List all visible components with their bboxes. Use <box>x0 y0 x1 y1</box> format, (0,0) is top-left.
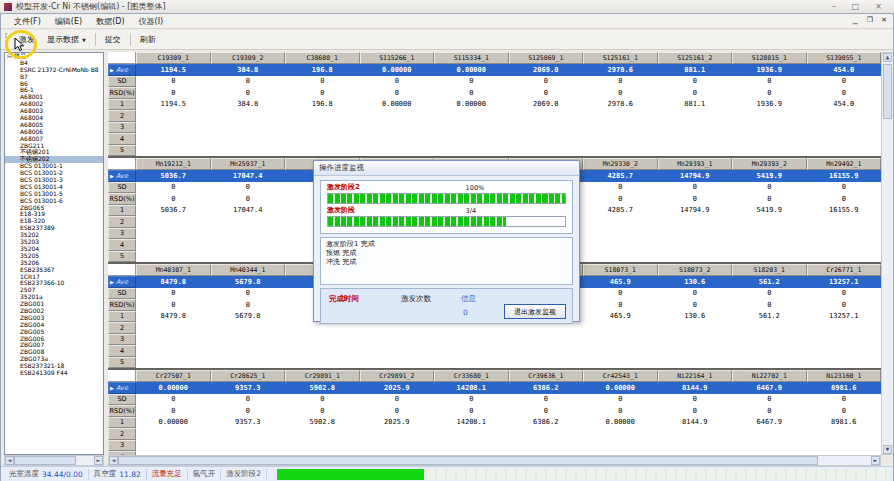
grid-cell[interactable] <box>509 334 584 346</box>
grid-cell[interactable]: 0 <box>211 76 286 88</box>
grid-cell[interactable] <box>807 322 882 334</box>
grid-cell[interactable]: 0 <box>807 87 882 99</box>
menu-item[interactable]: 数据(D) <box>89 16 131 27</box>
grid-cell[interactable] <box>285 345 360 357</box>
grid-cell[interactable]: 0.00000 <box>434 64 509 76</box>
grid-cell[interactable]: 0 <box>732 299 807 311</box>
grid-cell[interactable]: 130.6 <box>658 311 733 323</box>
grid-cell[interactable]: 384.8 <box>211 64 286 76</box>
row-label[interactable]: Ave▶ <box>108 382 136 394</box>
grid-cell[interactable] <box>285 122 360 134</box>
row-label[interactable]: 1 <box>108 205 136 217</box>
grid-cell[interactable]: 0 <box>211 405 286 417</box>
grid-cell[interactable]: 561.2 <box>732 311 807 323</box>
column-header[interactable]: Mn29393_1 <box>658 158 733 170</box>
grid-cell[interactable]: 0.00000 <box>136 382 211 394</box>
close-button[interactable]: × <box>875 2 882 11</box>
grid-cell[interactable] <box>285 334 360 346</box>
grid-cell[interactable] <box>211 322 286 334</box>
grid-cell[interactable]: 9357.3 <box>211 417 286 429</box>
column-header[interactable]: S125069_1 <box>509 52 584 64</box>
grid-cell[interactable] <box>732 239 807 251</box>
grid-cell[interactable]: 13257.1 <box>807 276 882 288</box>
grid-cell[interactable]: 0 <box>583 76 658 88</box>
grid-cell[interactable]: 130.6 <box>658 276 733 288</box>
grid-cell[interactable]: 6386.2 <box>509 382 584 394</box>
grid-cell[interactable] <box>211 440 286 452</box>
grid-cell[interactable] <box>136 322 211 334</box>
column-header[interactable]: Ni23160_1 <box>807 370 882 382</box>
row-label[interactable]: RSD(%) <box>108 299 136 311</box>
grid-cell[interactable] <box>807 110 882 122</box>
grid-cell[interactable] <box>285 440 360 452</box>
grid-cell[interactable]: 0 <box>807 193 882 205</box>
grid-cell[interactable] <box>807 216 882 228</box>
grid-cell[interactable]: 0 <box>732 76 807 88</box>
grid-cell[interactable] <box>360 145 435 157</box>
row-label[interactable]: 5 <box>108 145 136 157</box>
scroll-up-icon[interactable]: ▲ <box>883 53 892 62</box>
grid-cell[interactable] <box>509 110 584 122</box>
grid-cell[interactable] <box>658 133 733 145</box>
grid-cell[interactable] <box>583 251 658 263</box>
grid-cell[interactable] <box>807 145 882 157</box>
grid-cell[interactable] <box>509 133 584 145</box>
grid-cell[interactable] <box>807 334 882 346</box>
grid-cell[interactable] <box>509 345 584 357</box>
grid-cell[interactable]: 0 <box>583 394 658 406</box>
grid-cell[interactable]: 14208.1 <box>434 417 509 429</box>
row-label[interactable]: RSD(%) <box>108 193 136 205</box>
grid-cell[interactable] <box>434 440 509 452</box>
column-header[interactable]: Mn25937_1 <box>211 158 286 170</box>
row-label[interactable]: 4 <box>108 239 136 251</box>
grid-cell[interactable] <box>583 334 658 346</box>
grid-cell[interactable]: 0 <box>136 405 211 417</box>
grid-cell[interactable]: 881.1 <box>658 64 733 76</box>
scroll-left-icon[interactable]: ◄ <box>109 456 118 465</box>
grid-cell[interactable] <box>434 133 509 145</box>
grid-cell[interactable] <box>211 428 286 440</box>
grid-cell[interactable]: 0 <box>807 394 882 406</box>
column-header[interactable]: Cr26771_1 <box>807 264 882 276</box>
exit-monitor-button[interactable]: 退出激发监视 <box>504 304 566 319</box>
grid-cell[interactable] <box>136 428 211 440</box>
grid-cell[interactable]: 0 <box>658 193 733 205</box>
grid-cell[interactable] <box>136 122 211 134</box>
grid-cell[interactable] <box>583 110 658 122</box>
grid-cell[interactable]: 9357.3 <box>211 382 286 394</box>
grid-cell[interactable]: 0 <box>211 394 286 406</box>
grid-cell[interactable] <box>136 357 211 369</box>
grid-cell[interactable]: 0.00000 <box>360 64 435 76</box>
grid-cell[interactable]: 0 <box>807 76 882 88</box>
grid-cell[interactable]: 5902.8 <box>285 417 360 429</box>
grid-cell[interactable] <box>136 145 211 157</box>
grid-cell[interactable]: 5902.8 <box>285 382 360 394</box>
grid-cell[interactable]: 13257.1 <box>807 311 882 323</box>
grid-cell[interactable] <box>658 110 733 122</box>
grid-cell[interactable] <box>434 110 509 122</box>
column-header[interactable]: Cr29891_1 <box>285 370 360 382</box>
row-label[interactable]: Ave▶ <box>108 170 136 182</box>
grid-cell[interactable]: 0 <box>136 182 211 194</box>
grid-cell[interactable]: 0 <box>583 182 658 194</box>
grid-cell[interactable]: 0 <box>732 87 807 99</box>
maximize-button[interactable]: □ <box>852 2 860 11</box>
grid-cell[interactable] <box>732 357 807 369</box>
grid-cell[interactable]: 881.1 <box>658 99 733 111</box>
grid-cell[interactable] <box>807 122 882 134</box>
grid-cell[interactable] <box>136 239 211 251</box>
grid-cell[interactable] <box>360 133 435 145</box>
grid-cell[interactable]: 2069.0 <box>509 64 584 76</box>
column-header[interactable]: S18073_1 <box>583 264 658 276</box>
grid-cell[interactable]: 5419.9 <box>732 170 807 182</box>
grid-cell[interactable]: 196.8 <box>285 99 360 111</box>
row-label[interactable]: 3 <box>108 334 136 346</box>
grid-cell[interactable] <box>807 133 882 145</box>
toolbar-button-submit[interactable]: 提交 <box>99 32 127 47</box>
scroll-right-icon[interactable]: ► <box>94 456 103 465</box>
column-header[interactable]: S128815_1 <box>732 52 807 64</box>
grid-cell[interactable]: 0 <box>658 182 733 194</box>
grid-cell[interactable] <box>360 357 435 369</box>
grid-cell[interactable] <box>583 145 658 157</box>
grid-cell[interactable] <box>285 357 360 369</box>
